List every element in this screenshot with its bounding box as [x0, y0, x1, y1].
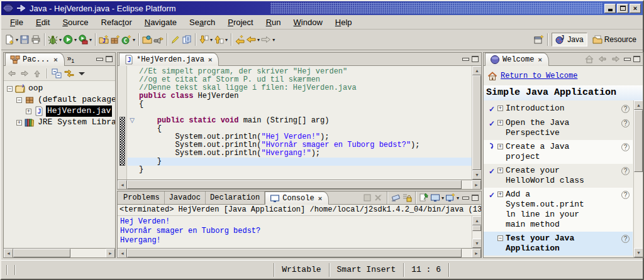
minimize-view-button[interactable]	[96, 58, 103, 61]
last-edit-location-button[interactable]	[234, 33, 245, 46]
expand-icon[interactable]: +	[497, 105, 503, 111]
previous-annotation-button[interactable]: ▾	[213, 33, 228, 46]
close-icon[interactable]: ×	[208, 56, 212, 63]
tab-javadoc[interactable]: Javadoc	[165, 191, 206, 204]
scroll-down-button[interactable]: ▼	[472, 170, 481, 180]
dropdown-arrow-icon[interactable]: ▾	[457, 195, 459, 201]
run-external-tools-button[interactable]: ▾	[77, 33, 92, 46]
menu-navigate[interactable]: Navigate	[138, 16, 183, 29]
tab-welcome[interactable]: Welcome ×	[485, 53, 549, 66]
collapse-icon[interactable]: −	[7, 86, 13, 92]
open-type-button[interactable]	[142, 33, 153, 46]
dropdown-arrow-icon[interactable]: ▾	[89, 37, 92, 43]
dropdown-arrow-icon[interactable]: ▾	[257, 37, 260, 43]
link-editor-button[interactable]	[64, 67, 75, 80]
scroll-left-button[interactable]: ◄	[4, 249, 13, 258]
scrollbar-track[interactable]	[13, 249, 106, 257]
view-forward-button[interactable]	[19, 67, 30, 80]
menu-source[interactable]: Source	[56, 16, 94, 29]
open-perspective-button[interactable]	[533, 33, 545, 46]
new-java-project-button[interactable]: J	[98, 33, 109, 46]
scrollbar-thumb[interactable]	[127, 249, 462, 257]
tree-item-jre-system-librar[interactable]: +JRE System Librar	[4, 117, 115, 128]
resource-perspective-button[interactable]: Resource	[589, 33, 640, 46]
scrollbar-track[interactable]	[127, 249, 472, 257]
menu-help[interactable]: Help	[329, 16, 358, 29]
dropdown-arrow-icon[interactable]: ▾	[16, 37, 18, 43]
next-annotation-button[interactable]: ▾	[198, 33, 213, 46]
tab-declaration[interactable]: Declaration	[206, 191, 265, 204]
java-perspective-button[interactable]: JJava	[552, 33, 587, 46]
titlebar[interactable]: Java - HejVerden.java - Eclipse Platform…	[1, 1, 643, 15]
code-editor[interactable]: ▽ //Et simpelt program, der skriver "Hej…	[118, 66, 481, 180]
go-up-button[interactable]	[31, 67, 43, 80]
scroll-up-button[interactable]: ▲	[472, 66, 481, 75]
print-button[interactable]	[30, 33, 42, 46]
dropdown-arrow-icon[interactable]: ▾	[210, 37, 213, 43]
scrollbar-track[interactable]	[472, 75, 481, 170]
mark-occurrences-button[interactable]	[170, 33, 181, 46]
cheatsheet-item-test-your-java-application[interactable]: −Test your Java Application?	[484, 232, 633, 256]
new-wizard-button[interactable]: ▾	[4, 33, 19, 46]
maximize-button[interactable]	[617, 4, 628, 13]
help-icon[interactable]: ?	[621, 105, 630, 113]
save-button[interactable]	[19, 33, 30, 46]
new-package-button[interactable]	[109, 33, 121, 46]
menu-file[interactable]: File	[4, 16, 30, 29]
scrollbar-thumb[interactable]	[472, 225, 481, 231]
view-forward-button[interactable]	[610, 53, 621, 65]
scroll-lock-button[interactable]	[401, 191, 413, 204]
tree-item--default-package-[interactable]: −(default package)	[4, 94, 115, 105]
scroll-right-button[interactable]: ►	[106, 249, 115, 258]
menu-run[interactable]: Run	[260, 16, 287, 29]
scrollbar-track[interactable]	[634, 110, 643, 248]
dropdown-arrow-icon[interactable]: ▾	[59, 37, 62, 43]
view-back-button[interactable]	[6, 67, 18, 80]
scrollbar-thumb[interactable]	[472, 75, 481, 170]
view-home-button[interactable]	[584, 53, 595, 65]
scroll-left-button[interactable]: ◄	[118, 180, 127, 190]
tree-item-hejverden-jav[interactable]: +JHejVerden.jav	[4, 105, 115, 117]
expand-icon[interactable]: +	[497, 191, 503, 197]
vertical-scrollbar[interactable]: ▲ ▼	[472, 66, 481, 180]
pages-button[interactable]	[181, 33, 192, 46]
tab-hejverden-java[interactable]: J *HejVerden.java ×	[119, 53, 219, 66]
return-to-welcome-link[interactable]: Return to Welcome	[501, 72, 577, 80]
terminate-button[interactable]	[362, 191, 373, 204]
tab-overflow-chevron[interactable]: »1	[65, 53, 77, 65]
cheatsheet-item-create-a-java-project[interactable]: +Create a Java project?	[484, 140, 633, 164]
expand-icon[interactable]: +	[497, 120, 503, 126]
dropdown-arrow-icon[interactable]: ▾	[225, 37, 228, 43]
scrollbar-thumb[interactable]	[127, 180, 462, 189]
collapse-icon[interactable]: −	[497, 235, 503, 241]
horizontal-scrollbar[interactable]: ◄ ►	[4, 248, 115, 257]
pin-console-button[interactable]	[418, 191, 430, 204]
horizontal-scrollbar[interactable]: ◄ ►	[118, 180, 481, 189]
collapse-all-button[interactable]	[51, 67, 62, 80]
menu-refactor[interactable]: Refactor	[95, 16, 138, 29]
cheatsheet-item-add-a-system-out-println-line-[interactable]: ✓+Add a System.out.println line in your …	[484, 188, 633, 232]
scrollbar-thumb[interactable]	[13, 249, 70, 257]
search-button[interactable]	[153, 33, 164, 46]
dropdown-arrow-icon[interactable]: ▾	[133, 37, 135, 43]
code-content[interactable]: //Et simpelt program, der skriver "Hej v…	[128, 66, 472, 180]
menu-search[interactable]: Search	[183, 16, 221, 29]
view-back-button[interactable]	[597, 53, 608, 65]
tab-problems[interactable]: Problems	[119, 191, 165, 204]
cheatsheet-item-open-the-java-perspective[interactable]: ✓+Open the Java Perspective?	[484, 116, 633, 140]
maximize-view-button[interactable]	[472, 195, 479, 201]
maximize-view-button[interactable]	[472, 56, 479, 62]
minimize-view-button[interactable]	[462, 197, 469, 200]
scroll-down-button[interactable]: ▼	[472, 239, 481, 248]
view-menu-button[interactable]	[76, 67, 87, 80]
help-icon[interactable]: ?	[621, 143, 630, 151]
scroll-up-button[interactable]: ▲	[472, 216, 481, 225]
eclipse-app-icon[interactable]	[3, 3, 13, 13]
expand-icon[interactable]: +	[16, 120, 22, 126]
scroll-down-button[interactable]: ▼	[634, 248, 643, 257]
forward-button[interactable]: ▾	[260, 33, 275, 46]
vertical-scrollbar[interactable]: ▲ ▼	[472, 216, 481, 248]
help-icon[interactable]: ?	[621, 191, 630, 199]
minimize-view-button[interactable]	[624, 58, 631, 61]
minimize-view-button[interactable]	[462, 58, 469, 61]
